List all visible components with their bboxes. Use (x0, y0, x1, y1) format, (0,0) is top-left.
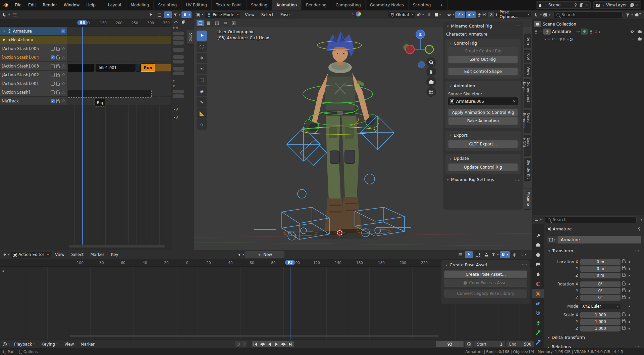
npanel-tab-quad-remesh[interactable]: Quad Remesh (524, 110, 531, 133)
value-field[interactable]: 0° (580, 288, 621, 294)
source-skeleton-field[interactable]: Armature.005 ✕ (448, 97, 518, 105)
properties-search-input[interactable]: Search (545, 216, 637, 223)
nla-current-frame-badge[interactable]: 93 (77, 20, 88, 25)
pin-icon[interactable] (574, 3, 578, 7)
nla-boxselect-icon[interactable] (155, 11, 163, 18)
properties-tab-tool[interactable] (532, 230, 544, 240)
workspace-tab-uv-editing[interactable]: UV Editing (181, 0, 212, 10)
mute-checkbox[interactable] (51, 64, 55, 68)
ds-h-scrollbar[interactable] (70, 335, 439, 337)
viewlayer-selector[interactable]: ▾ ViewLayer ✕ (593, 1, 641, 9)
nla-channel--action-stash-002[interactable]: [Action Stash].002☆ (0, 71, 67, 79)
lock-icon[interactable] (621, 283, 627, 285)
dopesheet-menu-view[interactable]: View (52, 250, 68, 259)
nla-menus-collapsed-icon[interactable] (11, 11, 19, 18)
menu-edit[interactable]: Edit (25, 0, 39, 10)
npanel-tab-easy-hdri[interactable]: Easy HDRI (524, 135, 531, 156)
lock-icon[interactable] (56, 65, 60, 68)
lock-icon[interactable] (621, 314, 627, 316)
outliner-row-armature[interactable]: ▸ Armature ↪ ▽3 (532, 28, 644, 35)
star-icon[interactable]: ☆ (61, 46, 65, 51)
nla-strip-idle[interactable]: Idle1.001 (96, 64, 135, 72)
ds-snap-icon[interactable]: ▾ (500, 251, 510, 258)
properties-tab-scene[interactable] (532, 269, 544, 279)
properties-tab-world[interactable] (532, 279, 544, 289)
workspace-tab-layout[interactable]: Layout (104, 0, 126, 10)
nla-collapsed-panel[interactable]: > A (171, 107, 185, 112)
lock-icon[interactable] (56, 57, 60, 59)
outliner-editor-type-button[interactable]: ▾ (534, 11, 542, 18)
nla-channel-armature[interactable]: ∨Armature✓ (0, 27, 67, 35)
dopesheet-mode-selector[interactable]: Action Editor▾ (11, 251, 51, 258)
play-button[interactable] (273, 341, 280, 347)
animate-dot-icon[interactable] (629, 321, 630, 323)
lock-icon[interactable] (56, 100, 60, 103)
auto-keying-icon[interactable] (235, 341, 241, 347)
workspace-tab-sculpting[interactable]: Sculpting (154, 0, 181, 10)
expand-icon[interactable]: ▸ (541, 30, 542, 33)
hidden-eye-icon[interactable]: ⌄ (632, 37, 635, 41)
mini-slider[interactable] (173, 41, 184, 45)
transform-panel-header[interactable]: ∨ Transform :::: (547, 248, 641, 253)
value-field[interactable]: 0 m (580, 259, 621, 265)
mixamo-panel-header[interactable]: ∨ Mixamo Control Rig :::: (445, 24, 521, 29)
play-reverse-button[interactable] (266, 341, 273, 347)
nla-channel--action-stash-003[interactable]: [Action Stash].003☆ (0, 62, 67, 70)
outliner-display-mode-button[interactable]: ▾ (543, 11, 551, 18)
delta-transform-header[interactable]: ▸Delta Transform (547, 335, 585, 340)
workspace-tab-texture-paint[interactable]: Texture Paint (212, 0, 247, 10)
copy-pose-as-asset-button[interactable]: Copy Pose as Asset (444, 279, 527, 287)
workspace-tab-shading[interactable]: Shading (247, 0, 272, 10)
outliner-row-scene-collection[interactable]: Scene Collection (532, 20, 644, 28)
properties-tab-render[interactable] (532, 240, 544, 250)
dopesheet-editor-type-button[interactable]: ▾ (2, 251, 10, 258)
lock-icon[interactable] (621, 274, 627, 277)
value-field[interactable]: 1.000 (580, 326, 621, 331)
render-visibility-icon[interactable] (637, 37, 642, 41)
new-action-button[interactable]: ＋New (245, 251, 284, 258)
value-field[interactable]: 0° (580, 281, 621, 287)
menu-help[interactable]: Help (83, 0, 99, 10)
nla-tweak-icon[interactable] (147, 11, 155, 18)
lock-icon[interactable] (621, 267, 627, 270)
npanel-tab-tool[interactable]: Tool (524, 50, 531, 62)
mini-slider[interactable] (173, 32, 184, 35)
convert-legacy-pose-library-button[interactable]: Convert Legacy Pose Library (444, 290, 527, 298)
ds-filter-icon[interactable]: ▾ (491, 251, 499, 258)
star-icon[interactable]: ☆ (61, 73, 65, 77)
animate-dot-icon[interactable] (629, 297, 630, 299)
new-scene-icon[interactable] (579, 3, 583, 7)
nla-channel--action-stash-[interactable]: [Action Stash]☆ (0, 88, 67, 96)
lock-icon[interactable] (621, 320, 627, 323)
animate-dot-icon[interactable] (629, 283, 630, 285)
new-collection-icon[interactable]: + (634, 11, 642, 18)
star-icon[interactable]: ☆ (61, 90, 65, 94)
timeline-menu-view[interactable]: View (61, 340, 77, 348)
next-keyframe-button[interactable] (280, 341, 287, 347)
workspace-tab-modeling[interactable]: Modeling (126, 0, 154, 10)
value-field[interactable]: 0° (580, 295, 621, 301)
lock-icon[interactable] (56, 48, 60, 51)
create-pose-asset-button[interactable]: Create Pose Asset... (444, 270, 527, 278)
dopesheet-menu-marker[interactable]: Marker (87, 250, 107, 259)
nla-snap-icon[interactable]: ▾ (181, 11, 192, 18)
edit-control-shape-button[interactable]: Edit Control Shape (448, 68, 518, 76)
viewport-3d[interactable]: ▾ Pose Mode▾ ViewSelectPose Global▾ ▾ ▾ … (194, 10, 532, 250)
properties-tab-object-data[interactable] (532, 318, 544, 327)
mute-checkbox[interactable]: ✓ (51, 55, 55, 59)
nla-editor-type-button[interactable]: ▾ (2, 11, 10, 18)
outliner-search-input[interactable]: Search (553, 11, 623, 18)
end-frame-field[interactable]: End500 (506, 341, 534, 347)
lock-icon[interactable] (621, 296, 627, 299)
jump-to-start-button[interactable] (252, 341, 259, 347)
nla-strip-rig[interactable]: Rig (95, 99, 105, 106)
animate-dot-icon[interactable] (629, 290, 630, 292)
channel-hierarchy-icon[interactable] (456, 251, 464, 258)
animate-dot-icon[interactable] (629, 261, 630, 263)
menu-window[interactable]: Window (60, 0, 83, 10)
outliner-filter-icon[interactable]: ▾ (625, 11, 633, 18)
animate-dot-icon[interactable] (629, 268, 630, 270)
properties-options-icon[interactable]: ▾ (641, 218, 642, 221)
create-control-rig-button[interactable]: Create Control Rig (448, 47, 518, 55)
jump-to-end-button[interactable] (287, 341, 294, 347)
